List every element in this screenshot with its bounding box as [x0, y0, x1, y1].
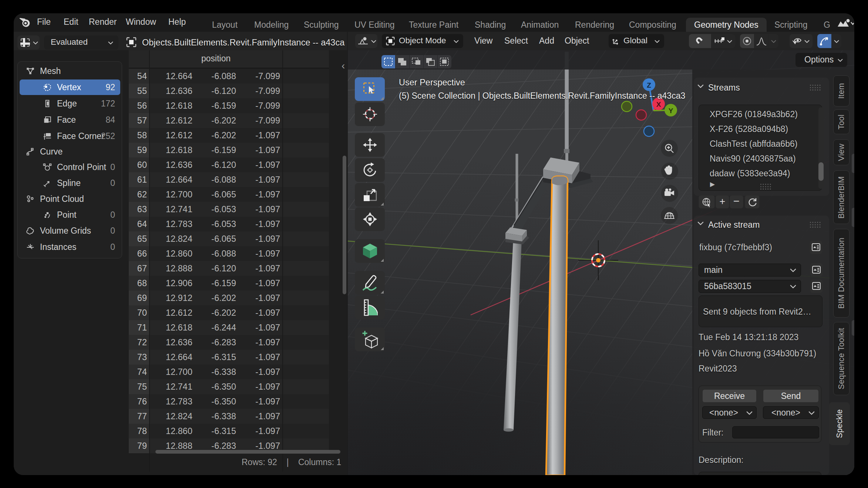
svg-text:Z: Z — [647, 81, 651, 89]
svg-text:X: X — [656, 101, 661, 108]
svg-text:Y: Y — [669, 107, 673, 115]
